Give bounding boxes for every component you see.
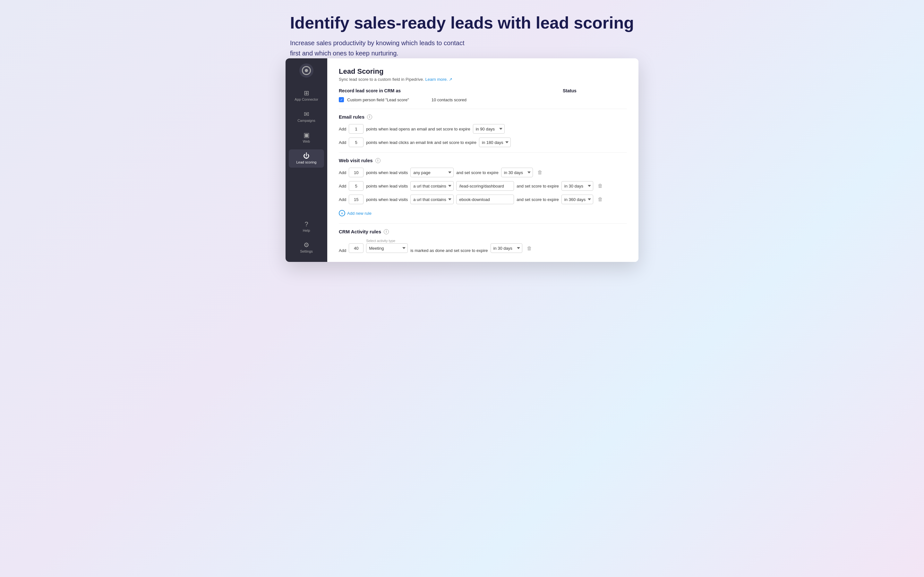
logo-mark bbox=[302, 66, 311, 75]
web-rule-2-expire-select[interactable]: in 30 days in 90 days in 180 days in 360… bbox=[561, 181, 593, 191]
add-label-w2: Add bbox=[339, 184, 346, 189]
learn-more-link[interactable]: Learn more. ↗ bbox=[425, 77, 453, 82]
sidebar: ⊞ App Connector ✉ Campaigns ▣ Web ⏻ Lead… bbox=[286, 58, 327, 262]
sidebar-item-settings[interactable]: ⚙ Settings bbox=[289, 239, 324, 257]
email-rules-info-icon[interactable]: i bbox=[367, 114, 372, 119]
add-label-w3: Add bbox=[339, 197, 346, 202]
hero-subtitle: Increase sales productivity by knowing w… bbox=[290, 38, 634, 58]
email-rule-1-expire-select[interactable]: in 30 days in 90 days in 180 days in 360… bbox=[473, 124, 505, 134]
sidebar-item-web[interactable]: ▣ Web bbox=[289, 129, 324, 147]
help-icon: ? bbox=[304, 221, 308, 227]
web-rule-1-expire-select[interactable]: in 30 days in 90 days in 180 days in 360… bbox=[501, 168, 533, 177]
crm-rules-info-icon[interactable]: i bbox=[384, 229, 389, 234]
settings-icon: ⚙ bbox=[304, 242, 309, 248]
web-rule-2-desc2: and set score to expire bbox=[517, 184, 559, 189]
add-label-w1: Add bbox=[339, 170, 346, 175]
crm-activity-rules-section: CRM Activity rules i bbox=[339, 229, 627, 234]
checkbox-label: Custom person field "Lead score" bbox=[347, 97, 409, 102]
sidebar-item-campaigns[interactable]: ✉ Campaigns bbox=[289, 108, 324, 126]
web-rule-2: Add points when lead visits any page a u… bbox=[339, 181, 627, 191]
record-section-headers: Record lead score in CRM as Status bbox=[339, 88, 627, 93]
web-rule-3-page-select[interactable]: any page a url that contains a url that … bbox=[410, 195, 454, 204]
web-rule-3: Add points when lead visits any page a u… bbox=[339, 195, 627, 204]
col-status-header: Status bbox=[563, 88, 627, 93]
lead-score-checkbox[interactable]: ✓ bbox=[339, 97, 344, 102]
web-rule-1-page-select[interactable]: any page a url that contains a url that … bbox=[410, 168, 454, 177]
email-rule-1-desc: points when lead opens an email and set … bbox=[366, 127, 470, 131]
email-rule-1: Add points when lead opens an email and … bbox=[339, 124, 627, 134]
email-rule-2: Add points when lead clicks an email lin… bbox=[339, 137, 627, 147]
email-rule-1-points[interactable] bbox=[349, 124, 363, 134]
sidebar-item-help[interactable]: ? Help bbox=[289, 218, 324, 236]
web-rule-3-url-input[interactable] bbox=[456, 195, 514, 204]
add-label-crm: Add bbox=[339, 248, 346, 253]
add-rule-plus-icon: + bbox=[339, 210, 345, 216]
sidebar-item-app-connector[interactable]: ⊞ App Connector bbox=[289, 87, 324, 105]
web-rule-2-delete[interactable]: 🗑 bbox=[596, 181, 605, 190]
web-rule-3-delete[interactable]: 🗑 bbox=[596, 195, 605, 204]
email-rules-section: Email rules i bbox=[339, 114, 627, 119]
status-contacts-scored: 10 contacts scored bbox=[431, 97, 467, 102]
app-window: ⊞ App Connector ✉ Campaigns ▣ Web ⏻ Lead… bbox=[286, 58, 638, 262]
web-visit-rules-section: Web visit rules i bbox=[339, 158, 627, 163]
campaigns-icon: ✉ bbox=[304, 111, 309, 117]
divider-3 bbox=[339, 223, 627, 224]
web-rule-1-delete[interactable]: 🗑 bbox=[535, 168, 544, 177]
checkbox-row: ✓ Custom person field "Lead score" 10 co… bbox=[339, 97, 627, 102]
hero-title: Identify sales-ready leads with lead sco… bbox=[290, 13, 634, 33]
sidebar-item-lead-scoring[interactable]: ⏻ Lead scoring bbox=[289, 149, 324, 168]
email-rule-2-points[interactable] bbox=[349, 137, 363, 147]
divider-2 bbox=[339, 152, 627, 153]
web-rule-1-desc2: and set score to expire bbox=[456, 170, 499, 175]
divider-1 bbox=[339, 109, 627, 109]
crm-rule-delete[interactable]: 🗑 bbox=[525, 244, 534, 253]
crm-activity-type-select[interactable]: Meeting Call Email Task bbox=[366, 243, 408, 253]
logo bbox=[299, 63, 313, 77]
email-rule-2-desc: points when lead clicks an email link an… bbox=[366, 140, 477, 145]
app-connector-icon: ⊞ bbox=[304, 90, 309, 96]
crm-rule-desc: is marked as done and set score to expir… bbox=[410, 248, 488, 253]
lead-scoring-icon: ⏻ bbox=[303, 153, 310, 159]
web-rules-info-icon[interactable]: i bbox=[375, 158, 381, 163]
page-description: Sync lead score to a custom field in Pip… bbox=[339, 77, 627, 82]
web-rule-1: Add points when lead visits any page a u… bbox=[339, 168, 627, 177]
add-new-rule-button[interactable]: + Add new rule bbox=[339, 208, 372, 218]
hero-section: Identify sales-ready leads with lead sco… bbox=[290, 13, 634, 58]
page-title: Lead Scoring bbox=[339, 67, 627, 76]
web-rule-3-desc1: points when lead visits bbox=[366, 197, 408, 202]
email-rule-2-expire-select[interactable]: in 30 days in 90 days in 180 days in 360… bbox=[479, 137, 511, 147]
main-content: Lead Scoring Sync lead score to a custom… bbox=[327, 58, 638, 262]
web-rule-3-expire-select[interactable]: in 30 days in 90 days in 180 days in 360… bbox=[561, 195, 593, 204]
web-rule-2-url-input[interactable] bbox=[456, 181, 514, 191]
crm-rule-1: Add Select activity type Meeting Call Em… bbox=[339, 239, 627, 253]
add-label-e2: Add bbox=[339, 140, 346, 145]
web-rule-2-page-select[interactable]: any page a url that contains a url that … bbox=[410, 181, 454, 191]
web-rule-1-desc1: points when lead visits bbox=[366, 170, 408, 175]
web-rule-3-points[interactable] bbox=[349, 195, 363, 204]
web-rule-1-points[interactable] bbox=[349, 168, 363, 177]
activity-type-group: Select activity type Meeting Call Email … bbox=[366, 239, 408, 253]
crm-rule-points[interactable] bbox=[349, 243, 363, 253]
web-rule-3-desc2: and set score to expire bbox=[517, 197, 559, 202]
col-record-header: Record lead score in CRM as bbox=[339, 88, 401, 93]
add-label-e1: Add bbox=[339, 127, 346, 131]
web-rule-2-points[interactable] bbox=[349, 181, 363, 191]
web-rule-2-desc1: points when lead visits bbox=[366, 184, 408, 189]
crm-rule-expire-select[interactable]: in 30 days in 90 days in 180 days in 360… bbox=[491, 243, 522, 253]
web-icon: ▣ bbox=[304, 132, 310, 138]
